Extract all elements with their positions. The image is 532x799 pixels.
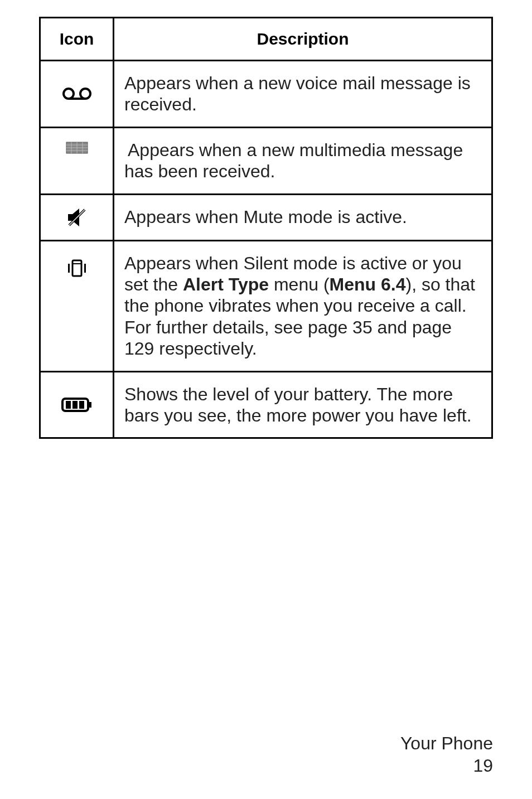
table-row: Appears when Mute mode is active. <box>40 194 492 240</box>
icon-cell <box>40 194 114 240</box>
icon-cell <box>40 371 114 438</box>
description-text: Appears when a new multimedia message ha… <box>124 140 463 181</box>
description-cell: Appears when Silent mode is active or yo… <box>114 240 492 371</box>
table-header-row: Icon Description <box>40 18 492 61</box>
icon-cell <box>40 127 114 194</box>
table-row: Appears when a new voice mail message is… <box>40 61 492 128</box>
svg-rect-18 <box>88 402 91 408</box>
desc-bold: Menu 6.4 <box>330 274 406 294</box>
svg-rect-13 <box>72 260 81 276</box>
mute-icon <box>66 206 88 229</box>
svg-rect-21 <box>79 401 84 409</box>
voicemail-icon <box>62 86 91 101</box>
page: Icon Description Appears when a new voic… <box>0 0 532 799</box>
table-row: Shows the level of your battery. The mor… <box>40 371 492 438</box>
svg-rect-15 <box>68 264 70 273</box>
description-cell: Appears when a new voice mail message is… <box>114 61 492 128</box>
icon-cell <box>40 61 114 128</box>
svg-rect-20 <box>72 401 78 409</box>
svg-point-0 <box>64 89 74 99</box>
page-footer: Your Phone 19 <box>400 732 493 777</box>
description-cell: Appears when a new multimedia message ha… <box>114 127 492 194</box>
desc-part: menu ( <box>269 274 329 294</box>
icon-cell <box>40 240 114 371</box>
header-description: Description <box>114 18 492 61</box>
header-icon: Icon <box>40 18 114 61</box>
description-cell: Appears when Mute mode is active. <box>114 194 492 240</box>
svg-point-1 <box>80 89 90 99</box>
table-row: Appears when a new multimedia message ha… <box>40 127 492 194</box>
footer-page-number: 19 <box>400 754 493 777</box>
vibrate-icon <box>65 257 89 279</box>
description-cell: Shows the level of your battery. The mor… <box>114 371 492 438</box>
table-row: Appears when Silent mode is active or yo… <box>40 240 492 371</box>
desc-bold: Alert Type <box>183 274 269 294</box>
battery-icon <box>61 396 93 413</box>
svg-rect-19 <box>66 401 71 409</box>
icon-description-table: Icon Description Appears when a new voic… <box>39 17 493 439</box>
svg-rect-16 <box>84 264 86 273</box>
mms-icon <box>66 142 88 154</box>
footer-section: Your Phone <box>400 732 493 754</box>
